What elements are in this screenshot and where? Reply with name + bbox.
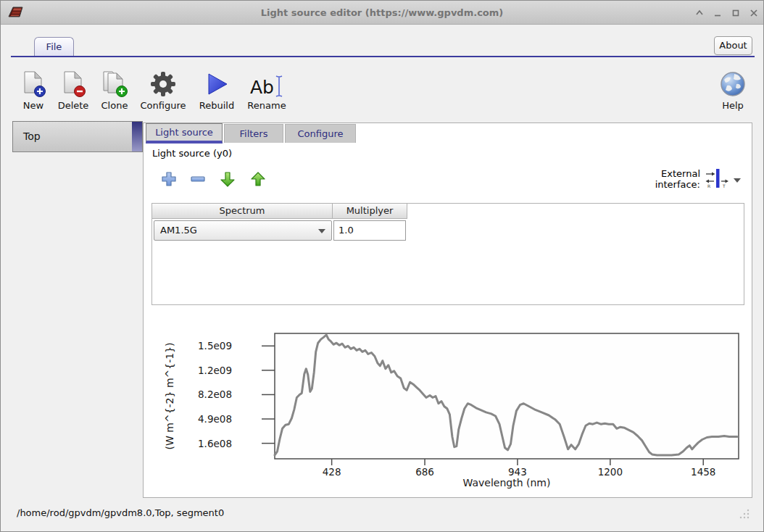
gear-icon	[149, 65, 177, 98]
play-triangle-icon	[204, 65, 229, 98]
window-controls	[694, 1, 759, 25]
move-up-button[interactable]	[250, 171, 266, 187]
window-title: Light source editor (https://www.gpvdm.c…	[1, 1, 763, 25]
toolbar-label: Rename	[247, 100, 286, 111]
sidebar-item-label: Top	[23, 122, 41, 151]
toolbar-label: Delete	[58, 100, 89, 111]
rename-button[interactable]: Ab Rename	[244, 63, 289, 111]
status-text: /home/rod/gpvdm/gpvdm8.0,Top, segment0	[17, 507, 224, 518]
tab-configure[interactable]: Configure	[285, 124, 356, 143]
svg-text:(W m^{-2} m^{-1}): (W m^{-2} m^{-1})	[164, 343, 175, 450]
svg-text:4.9e08: 4.9e08	[198, 413, 232, 425]
minimize-button[interactable]	[713, 8, 723, 18]
sidebar-item-top[interactable]: Top	[12, 121, 143, 152]
spectrum-selected-value: AM1.5G	[160, 225, 197, 236]
svg-text:1200: 1200	[598, 466, 623, 478]
svg-text:T: T	[722, 183, 726, 188]
new-button[interactable]: New	[17, 63, 50, 111]
svg-text:1458: 1458	[691, 466, 715, 478]
column-header-spectrum: Spectrum	[152, 204, 333, 219]
arrow-up-icon	[250, 171, 266, 187]
help-button[interactable]: Help	[715, 63, 751, 111]
toolbar-label: Clone	[101, 100, 128, 111]
shade-button[interactable]	[694, 8, 705, 18]
rename-text-cursor-icon: Ab	[250, 65, 283, 98]
about-button[interactable]: About	[714, 36, 752, 55]
toolbar-label: Help	[722, 100, 744, 111]
clone-button[interactable]: Clone	[96, 63, 133, 111]
spectrum-select[interactable]: AM1.5G	[154, 220, 332, 241]
rebuild-button[interactable]: Rebuild	[194, 63, 240, 111]
tab-filters[interactable]: Filters	[224, 124, 283, 143]
add-row-button[interactable]	[161, 171, 177, 187]
tab-light-source[interactable]: Light source	[146, 123, 223, 144]
optical-interface-icon[interactable]: R T	[705, 168, 729, 192]
svg-text:Wavelength (nm): Wavelength (nm)	[463, 477, 551, 489]
toolbar-label: New	[23, 100, 43, 111]
section-title: Light source (y0)	[152, 148, 232, 159]
svg-text:943: 943	[508, 466, 527, 478]
titlebar: Light source editor (https://www.gpvdm.c…	[1, 1, 763, 25]
toolbar-label: Configure	[140, 100, 186, 111]
svg-text:1.5e09: 1.5e09	[198, 340, 232, 352]
delete-button[interactable]: Delete	[54, 63, 92, 111]
minus-icon	[190, 171, 206, 187]
svg-text:R: R	[707, 183, 710, 188]
external-interface-label: External interface:	[649, 168, 700, 190]
svg-text:1.6e08: 1.6e08	[198, 438, 232, 449]
documents-clone-icon	[101, 65, 128, 98]
selection-strip	[132, 122, 142, 151]
app-window: Light source editor (https://www.gpvdm.c…	[0, 0, 764, 532]
document-plus-icon	[20, 65, 47, 98]
spectra-table: Spectrum Multiplyer AM1.5G 1.0	[151, 203, 744, 305]
tab-file[interactable]: File	[34, 37, 74, 57]
multiplier-input[interactable]: 1.0	[333, 220, 406, 241]
maximize-button[interactable]	[731, 8, 741, 18]
svg-text:8.2e08: 8.2e08	[198, 388, 232, 400]
combo-caret-icon	[318, 229, 325, 233]
resize-grip[interactable]	[739, 508, 750, 522]
light-source-panel: Light source Filters Configure Light sou…	[143, 122, 752, 498]
document-minus-icon	[60, 65, 87, 98]
move-down-button[interactable]	[220, 171, 236, 187]
configure-button[interactable]: Configure	[137, 63, 189, 111]
toolbar-label: Rebuild	[199, 100, 234, 111]
svg-text:428: 428	[323, 466, 341, 478]
spectrum-chart: 428686943120014581.6e084.9e088.2e081.2e0…	[144, 319, 748, 494]
external-interface-dropdown-caret-icon[interactable]	[734, 178, 741, 183]
toolbar: New Delete	[17, 63, 289, 111]
close-button[interactable]	[749, 8, 759, 18]
menu-underline	[11, 56, 755, 57]
plus-icon	[161, 171, 177, 187]
column-header-multiplyer: Multiplyer	[333, 204, 407, 219]
svg-text:686: 686	[415, 466, 434, 478]
arrow-down-icon	[220, 171, 236, 187]
remove-row-button[interactable]	[190, 171, 206, 187]
svg-text:1.2e09: 1.2e09	[198, 365, 232, 376]
globe-help-icon	[719, 65, 747, 98]
gpvdm-logo-icon	[7, 4, 25, 22]
